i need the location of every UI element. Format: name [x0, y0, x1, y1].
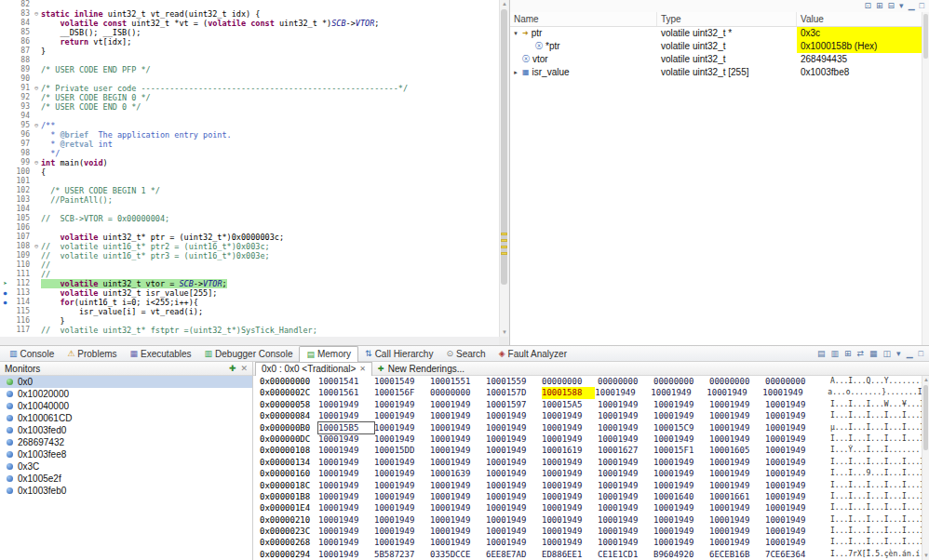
tab-call-hierarchy[interactable]: ⇅Call Hierarchy	[358, 346, 439, 362]
memory-hex-table[interactable]: 0x00000000100015411000154910001551100015…	[253, 376, 922, 560]
variables-scroll-thumb[interactable]	[923, 14, 928, 59]
memory-cell[interactable]: 10001949	[318, 480, 374, 491]
memory-cell[interactable]: 10001949	[709, 457, 765, 468]
maximize-icon[interactable]: □	[920, 1, 924, 11]
memory-cell[interactable]: 10001949	[598, 422, 653, 433]
memory-cell[interactable]: 10001949	[765, 526, 821, 537]
annotation-ruler-cell[interactable]	[0, 233, 10, 242]
code-line[interactable]: 86 return vt[idx];	[0, 37, 499, 47]
annotation-ruler-cell[interactable]	[0, 223, 10, 233]
memory-cell[interactable]: 10001949	[598, 480, 653, 491]
memory-cell[interactable]: 10001949	[542, 526, 598, 537]
memory-cell[interactable]: 10001949	[318, 549, 374, 560]
code-line[interactable]: ➤112 volatile uint32_t vtor = SCB->VTOR;	[0, 279, 499, 288]
rendering-tab-new[interactable]: ✚ New Renderings...	[372, 362, 470, 376]
memory-cell[interactable]: 10001949	[374, 422, 430, 433]
memory-cell[interactable]: 10001949	[430, 399, 486, 410]
annotation-ruler-cell[interactable]	[0, 93, 10, 102]
code-line[interactable]: 107 volatile uint32_t* ptr = (uint32_t*)…	[0, 233, 499, 242]
code-line[interactable]: 92/* USER CODE BEGIN 0 */	[0, 93, 499, 102]
tab-memory[interactable]: ▤Memory	[299, 346, 358, 362]
link-with-debug-icon[interactable]: ⇄	[857, 349, 865, 359]
close-rendering-icon[interactable]: ✕	[359, 365, 366, 373]
code-line[interactable]: 100{	[0, 167, 499, 177]
memory-cell[interactable]: 10001949	[709, 422, 765, 433]
annotation-ruler-cell[interactable]	[0, 158, 10, 167]
memory-cell[interactable]: 10001949	[430, 445, 486, 456]
annotation-ruler-cell[interactable]	[0, 56, 10, 65]
annotation-ruler-cell[interactable]	[0, 47, 10, 56]
code-line[interactable]: 84 volatile const uint32_t *vt = (volati…	[0, 19, 499, 28]
memory-cell[interactable]: 10001597	[486, 399, 542, 410]
memory-cell[interactable]: 10001949	[486, 480, 542, 491]
line-number[interactable]: 86	[10, 37, 32, 47]
memory-cell[interactable]: 10001949	[374, 514, 430, 526]
line-number[interactable]: 106	[10, 223, 32, 233]
annotation-ruler-cell[interactable]	[0, 112, 10, 121]
column-header-name[interactable]: Name	[510, 12, 657, 26]
memory-cell[interactable]: 10001949	[374, 502, 430, 513]
memory-cell[interactable]: 100015DD	[374, 445, 430, 456]
line-number[interactable]: 112	[10, 279, 32, 288]
memory-cell[interactable]: 10001640	[653, 491, 709, 502]
line-number[interactable]: 108	[10, 242, 32, 251]
tab-search[interactable]: ⊙Search	[439, 346, 491, 362]
annotation-ruler-cell[interactable]	[0, 270, 10, 279]
scroll-up-icon[interactable]: ▲	[923, 376, 929, 384]
memory-cell[interactable]: 10001949	[765, 433, 821, 445]
memory-cell[interactable]: 10001949	[598, 502, 653, 513]
line-number[interactable]: 98	[10, 149, 32, 158]
memory-cell[interactable]: 10001949	[542, 502, 598, 513]
expander-icon[interactable]: ▾	[512, 27, 519, 40]
code-line[interactable]: 95⊖/**	[0, 121, 499, 130]
variable-value-cell[interactable]: 268494435	[797, 53, 922, 66]
memory-monitor-item[interactable]: 0x1003feb0	[0, 485, 252, 497]
memory-monitor-item[interactable]: 0x100061CD	[0, 412, 252, 424]
memory-cell[interactable]: 10001949	[765, 457, 821, 468]
line-number[interactable]: 103	[10, 195, 32, 205]
memory-cell[interactable]: 00000000	[542, 376, 598, 387]
memory-cell[interactable]: 10001949	[598, 468, 653, 479]
overview-ruler-mark[interactable]	[501, 252, 507, 255]
memory-cell[interactable]: 00000000	[765, 376, 821, 387]
memory-cell[interactable]: 10001949	[486, 526, 542, 537]
code-line[interactable]: 117// volatile uint32_t* fstptr =(uint32…	[0, 326, 499, 335]
annotation-ruler-cell[interactable]	[0, 177, 10, 186]
line-number[interactable]: 97	[10, 140, 32, 149]
memory-cell[interactable]: 10001949	[486, 433, 542, 445]
annotation-ruler-cell[interactable]	[0, 307, 10, 316]
memory-cell[interactable]: 7CE6E364	[765, 549, 821, 560]
memory-cell[interactable]: 6ECEB16B	[709, 549, 765, 560]
memory-cell[interactable]: 10001949	[653, 526, 709, 537]
line-number[interactable]: 104	[10, 205, 32, 214]
memory-cell[interactable]: 00000000	[709, 376, 765, 387]
code-line[interactable]: ●113 volatile uint32_t isr_value[255];	[0, 288, 499, 298]
memory-cell[interactable]: 10001949	[542, 457, 598, 468]
memory-cell[interactable]: 10001949	[486, 410, 542, 421]
memory-cell[interactable]: 10001949	[430, 526, 486, 537]
variable-row[interactable]: ▾➜ptrvolatile uint32_t *0x3c	[510, 27, 922, 40]
code-line[interactable]: 101	[0, 177, 499, 186]
annotation-ruler-cell[interactable]	[0, 28, 10, 37]
pin-memory-monitor-icon[interactable]: ⊞	[844, 349, 852, 359]
line-number[interactable]: 111	[10, 270, 32, 279]
breakpoint-icon[interactable]: ●	[0, 288, 10, 298]
annotation-ruler-cell[interactable]	[0, 326, 10, 335]
line-number[interactable]: 84	[10, 19, 32, 28]
memory-cell[interactable]: 10001949	[374, 537, 430, 548]
memory-cell[interactable]: 10001949	[318, 526, 374, 537]
code-line[interactable]: 115 isr_value[i] = vt_read(i);	[0, 307, 499, 316]
memory-cell[interactable]: 10001949	[598, 514, 653, 526]
code-line[interactable]: 111//	[0, 270, 499, 279]
line-number[interactable]: 99	[10, 158, 32, 167]
annotation-ruler-cell[interactable]	[0, 37, 10, 47]
memory-cell[interactable]: 100015B5	[318, 422, 374, 433]
variable-value-cell[interactable]: 0x3c	[797, 27, 922, 40]
variable-row[interactable]: ⓧvtorvolatile uint32_t268494435	[510, 53, 922, 66]
expander-icon[interactable]: ▸	[512, 66, 519, 79]
memory-cell[interactable]: 10001949	[653, 433, 709, 445]
tab-console[interactable]: ▥Console	[3, 346, 61, 362]
memory-scroll-thumb[interactable]	[923, 385, 928, 450]
memory-cell[interactable]: 100015A5	[542, 399, 598, 410]
fold-toggle-icon[interactable]: ⊖	[32, 121, 41, 130]
